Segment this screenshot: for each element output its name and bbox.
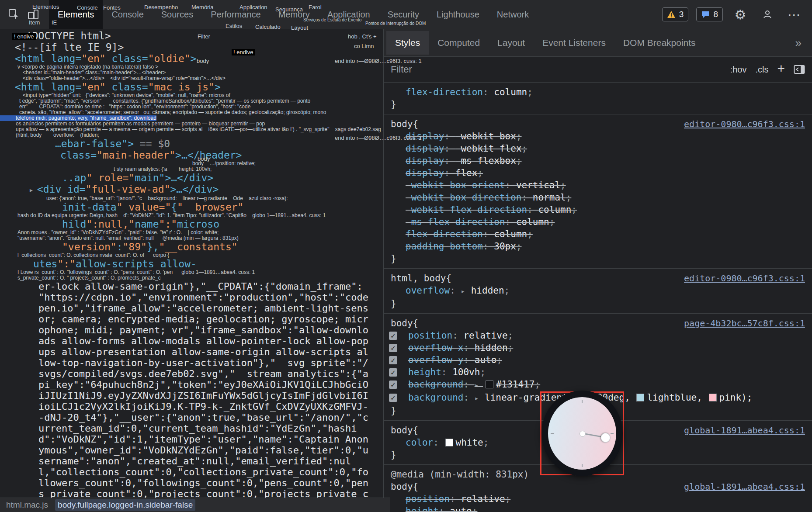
tab-application[interactable]: Application <box>319 0 379 29</box>
code-line[interactable]: t sty ream analytics: {'a height: 100vh; <box>0 166 383 172</box>
new-style-rule-button[interactable]: + <box>777 61 785 76</box>
property-checkbox[interactable] <box>389 356 397 364</box>
property-checkbox[interactable] <box>389 332 397 340</box>
css-selector[interactable]: body <box>391 118 413 130</box>
code-line[interactable]: "username": "anon". "criado em": null. "… <box>0 235 383 241</box>
code-line[interactable]: user: {'anon': true, "base_url": "|anon/… <box>0 196 383 201</box>
styles-tab-computed[interactable]: Computed <box>429 31 489 55</box>
css-property[interactable]: flex-direction: column; <box>384 228 812 240</box>
code-line[interactable]: class="main-header">…</header> <box>0 149 383 161</box>
code-line[interactable]: (html, body overflow: (hidden; <box>0 132 383 138</box>
styles-tab-dom-breakpoints[interactable]: DOM Breakpoints <box>614 31 704 55</box>
toggle-sidebar-icon[interactable] <box>794 65 805 74</box>
tab-sources[interactable]: Sources <box>153 0 202 29</box>
class-toggle[interactable]: .cls <box>755 65 768 75</box>
tab-security[interactable]: Security <box>379 0 428 29</box>
css-property[interactable]: display: -webkit-box; <box>384 130 812 142</box>
code-line[interactable]: s_private_count":0,"projects_count":0,"p… <box>0 488 383 498</box>
code-line[interactable]: d":"VoDkNZ","id":1,"itemType":"user","na… <box>0 434 383 445</box>
css-property[interactable]: position: relative; <box>384 493 812 505</box>
settings-gear-icon[interactable]: ⚙ <box>731 4 750 25</box>
color-swatch[interactable] <box>445 439 453 446</box>
stylesheet-link[interactable]: editor-0980…c96f3.css:1 <box>684 118 805 130</box>
code-line[interactable]: iJIUzI1NiJ9.eyJyZXNvdXJjZSI6ImFuYWx5dGlj… <box>0 390 383 401</box>
profile-icon[interactable] <box>758 4 777 25</box>
code-line[interactable]: ymous","owner_id":"VoDkNZYdEzGn","paid":… <box>0 445 383 456</box>
css-property[interactable]: height: 100vh; <box>384 366 812 378</box>
inspect-icon[interactable] <box>4 4 24 25</box>
css-property[interactable]: overflow-x: hidden; <box>384 342 812 354</box>
code-line[interactable]: hild":null,"name":"microso <box>0 218 383 230</box>
code-line[interactable]: <html lang="en" class="mac is js"> <box>0 81 383 93</box>
stylesheet-link[interactable]: editor-0980…c96f3.css:1 <box>684 272 805 284</box>
code-line[interactable]: ads allow-forms allow-modals allow-point… <box>0 336 383 346</box>
code-line[interactable]: svgs/compiled/svgs.dee7eb02.svg","__stre… <box>0 368 383 379</box>
styles-tab-styles[interactable]: Styles <box>386 31 429 55</box>
issues-badge[interactable]: 8 <box>696 7 723 21</box>
pseudo-state-toggle[interactable]: :hov <box>730 65 747 75</box>
css-property[interactable]: padding-bottom: 30px; <box>384 240 812 253</box>
code-line[interactable]: low-top-navigation-by-user-activation"},… <box>0 357 383 368</box>
css-property[interactable]: -ms-flex-direction: column; <box>384 216 812 228</box>
css-property[interactable]: position: relative; <box>384 329 812 342</box>
tab-console[interactable]: Console <box>103 0 152 29</box>
css-selector[interactable]: body <box>391 424 413 436</box>
tab-lighthouse[interactable]: Lighthouse <box>428 0 488 29</box>
breadcrumb-item[interactable]: html.mac.js <box>3 499 51 511</box>
angle-picker-popup[interactable] <box>540 391 624 475</box>
styles-tab-layout[interactable]: Layout <box>489 31 534 55</box>
css-selector[interactable]: body <box>391 317 413 329</box>
code-line[interactable]: init-data" value="{"__browser" <box>0 201 383 213</box>
css-property[interactable]: flex-direction: column; <box>384 86 812 98</box>
code-line[interactable]: l,"collections_count":0,"collections_pri… <box>0 467 383 477</box>
property-checkbox[interactable] <box>389 394 397 402</box>
color-swatch[interactable] <box>709 394 717 401</box>
tab-network[interactable]: Network <box>488 0 538 29</box>
warnings-badge[interactable]: 3 <box>662 7 689 21</box>
code-line[interactable]: pen.io","iframe_allow":"accelerometer; a… <box>0 303 383 314</box>
css-property[interactable]: display: -ms-flexbox; <box>384 155 812 167</box>
color-swatch[interactable] <box>486 381 493 388</box>
property-checkbox[interactable] <box>389 368 397 377</box>
code-line[interactable]: ophone; midi; payment; vr","iframe_sandb… <box>0 325 383 336</box>
css-selector[interactable]: body <box>391 481 413 493</box>
stylesheet-link[interactable]: page-4b32bc…57c8f.css:1 <box>684 317 805 329</box>
css-selector[interactable]: html, body <box>391 272 446 284</box>
css-property[interactable]: -webkit-box-direction: normal; <box>384 191 812 204</box>
code-line[interactable]: ioiLCJ1c2VyX2lkIjoiKiJ9.K-TP9-k-_ZnktGVf… <box>0 401 383 412</box>
stylesheet-link[interactable]: global-1891…abea4.css:1 <box>684 424 805 436</box>
property-checkbox[interactable] <box>389 381 397 389</box>
css-property[interactable]: overflow: ▸ hidden; <box>384 284 812 298</box>
property-checkbox[interactable] <box>389 344 397 352</box>
code-line[interactable]: llowers_count":0,"followings_count":0,"p… <box>0 477 383 488</box>
code-line[interactable]: sername":"anon","created_at":null,"email… <box>0 456 383 467</box>
angle-dial[interactable] <box>541 391 623 476</box>
code-line[interactable]: utes":"allow-scripts allow- <box>0 258 383 270</box>
stylesheet-link[interactable]: global-1891…abea4.css:1 <box>684 481 805 493</box>
tab-memory[interactable]: Memory <box>270 0 319 29</box>
css-property[interactable]: height: auto; <box>384 505 812 512</box>
code-line[interactable]: l_collections_count": O. collections nva… <box>0 253 383 258</box>
more-tabs-icon[interactable]: » <box>788 36 809 50</box>
styles-filter-input[interactable]: Filter <box>391 64 722 75</box>
code-line[interactable]: ▸<div id="full-view-ad">…</div> <box>0 183 383 196</box>
more-menu-icon[interactable]: ⋯ <box>785 4 804 25</box>
code-line[interactable]: urrent_team_id":0,"current_team_hashid":… <box>0 423 383 434</box>
styles-tab-event-listeners[interactable]: Event Listeners <box>534 31 614 55</box>
code-line[interactable]: pi_key":"64puhuch8n2j","token":"eyJ0eXAi… <box>0 379 383 390</box>
expand-arrow-icon[interactable]: ▸ <box>29 185 34 194</box>
css-property[interactable]: -webkit-flex-direction: column; <box>384 204 812 216</box>
angle-knob[interactable] <box>600 432 611 443</box>
code-line[interactable]: s_private_count' : O. " projects_count" … <box>0 275 383 281</box>
code-line[interactable]: or; camera; encrypted-media; geolocation… <box>0 314 383 325</box>
breadcrumb-item[interactable]: body.fullpage.logged-in.sidebar-false <box>55 499 195 511</box>
tab-elements[interactable]: Elements <box>49 0 103 29</box>
code-line[interactable]: <div class="oldie-header">…</div> <div i… <box>0 76 383 81</box>
css-property[interactable]: overflow-y: auto; <box>384 354 812 366</box>
css-property[interactable]: display: -webkit-flex; <box>384 142 812 155</box>
css-property[interactable]: display: flex; <box>384 167 812 179</box>
code-line[interactable]: -dNJ-20_t4"},"__user":{"anon":true,"base… <box>0 412 383 423</box>
device-toolbar-icon[interactable] <box>24 4 43 25</box>
color-swatch[interactable] <box>636 394 644 401</box>
css-property[interactable]: -webkit-box-orient: vertical; <box>384 179 812 191</box>
